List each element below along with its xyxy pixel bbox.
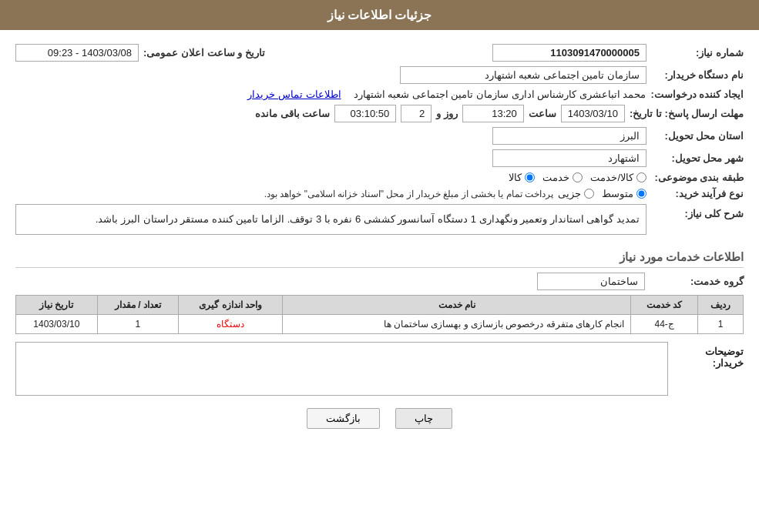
category-radio-group: کالا/خدمت خدمت کالا [509,172,646,183]
buyer-notes-textarea[interactable] [15,342,668,396]
deadline-label: مهلت ارسال پاسخ: تا تاریخ: [630,108,744,119]
category-label: طبقه بندی موضوعی: [651,172,744,183]
remaining-time: 03:10:50 [334,105,396,122]
table-row: 1 ج-44 انجام کارهای متفرقه درخصوص بازساز… [16,315,744,334]
announcement-date-label: تاریخ و ساعت اعلان عمومی: [143,47,265,59]
purchase-type-note: پرداخت تمام یا بخشی از مبلغ خریدار از مح… [264,189,553,199]
col-header-quantity: تعداد / مقدار [97,296,179,315]
col-header-date: تاریخ نیاز [16,296,98,315]
deadline-days: 2 [401,105,432,122]
service-group-value: ساختمان [537,273,645,290]
description-label: شرح کلی نیاز: [651,204,744,219]
cell-quantity: 1 [97,315,179,334]
print-button[interactable]: چاپ [395,408,452,429]
need-number-label: شماره نیاز: [651,47,744,59]
col-header-rownum: ردیف [698,296,744,315]
buyer-org-label: نام دستگاه خریدار: [651,69,744,81]
description-text: تمدید گواهی استاندار وتعمیر ونگهداری 1 د… [15,204,646,235]
category-option-khedmat[interactable]: خدمت [542,172,583,183]
province-label: استان محل تحویل: [651,130,744,142]
services-table: ردیف کد خدمت نام خدمت واحد اندازه گیری ت… [15,295,744,334]
page-header: جزئیات اطلاعات نیاز [0,0,759,30]
deadline-time: 13:20 [462,105,524,122]
cell-rownum: 1 [698,315,744,334]
category-option-kala-khedmat[interactable]: کالا/خدمت [590,172,646,183]
page-title: جزئیات اطلاعات نیاز [327,8,432,22]
deadline-time-label: ساعت [529,108,556,119]
col-header-unit: واحد اندازه گیری [179,296,283,315]
creator-value: محمد اتباعشری کارشناس اداری سازمان تامین… [354,89,646,100]
buyer-notes-label: توضیحات خریدار: [674,342,744,369]
creator-label: ایجاد کننده درخواست: [650,89,744,100]
need-number-value: 1103091470000005 [492,44,646,62]
service-group-label: گروه خدمت: [651,276,744,287]
buyer-org-value: سازمان تامین اجتماعی شعبه اشتهارد [400,66,646,84]
deadline-days-label: روز و [436,108,458,119]
city-label: شهر محل تحویل: [651,152,744,164]
col-header-name: نام خدمت [283,296,631,315]
cell-unit: دستگاه [179,315,283,334]
footer-buttons: چاپ بازگشت [15,408,744,429]
deadline-date: 1403/03/10 [561,105,625,122]
col-header-code: کد خدمت [631,296,698,315]
cell-name: انجام کارهای متفرقه درخصوص بازسازی و بهس… [283,315,631,334]
city-value: اشتهارد [492,149,646,167]
purchase-type-jozii[interactable]: جزیی [558,188,594,199]
category-option-kala[interactable]: کالا [509,172,535,183]
cell-code: ج-44 [631,315,698,334]
cell-date: 1403/03/10 [16,315,98,334]
purchase-type-motavasset[interactable]: متوسط [602,188,646,199]
remaining-label: ساعت باقی مانده [255,108,330,119]
contact-info-link[interactable]: اطلاعات تماس خریدار [247,89,341,100]
back-button[interactable]: بازگشت [307,408,380,429]
province-value: البرز [492,127,646,145]
services-section-title: اطلاعات خدمات مورد نیاز [15,250,744,268]
announcement-date-value: 1403/03/08 - 09:23 [15,44,139,62]
purchase-type-label: نوع فرآیند خرید: [651,188,744,199]
purchase-type-radio-group: متوسط جزیی [558,188,646,199]
